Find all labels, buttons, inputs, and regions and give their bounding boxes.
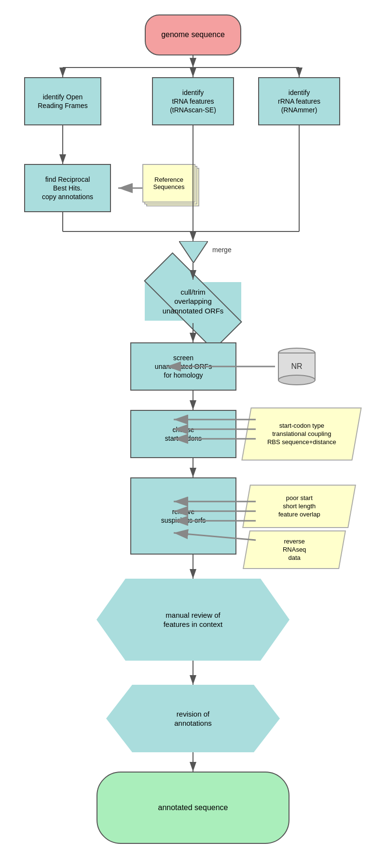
choose-start-codons-label: choosestart codons	[165, 425, 202, 443]
identify-trna-label: identifytRNA features(tRNAscan-SE)	[170, 88, 216, 115]
start-codon-info-node: start-codon typetranslational couplingRB…	[241, 407, 361, 461]
revision-label: revision ofannotations	[174, 709, 212, 728]
remove-suspicious-label: removesuspicious orfs	[161, 507, 206, 525]
screen-unannotated-node: screenunannotated ORFsfor homology	[130, 342, 236, 391]
start-codon-info-label: start-codon typetranslational couplingRB…	[267, 422, 336, 447]
cull-trim-node: cull/trimoverlappingunannotated ORFs	[130, 280, 256, 323]
identify-rrna-label: identifyrRNA features(RNAmmer)	[278, 88, 320, 115]
svg-marker-30	[179, 241, 208, 263]
genome-sequence-label: genome sequence	[161, 30, 225, 40]
rnaseq-data-label: reverseRNAseqdata	[283, 538, 306, 562]
identify-trna-node: identifytRNA features(tRNAscan-SE)	[152, 77, 234, 125]
remove-suspicious-node: removesuspicious orfs	[130, 477, 236, 555]
genome-sequence-node: genome sequence	[145, 14, 241, 55]
poor-start-info-node: poor startshort lengthfeature overlap	[242, 485, 356, 528]
cull-trim-label: cull/trimoverlappingunannotated ORFs	[163, 287, 224, 316]
annotated-sequence-node: annotated sequence	[96, 772, 290, 844]
nr-label: NR	[291, 362, 302, 370]
annotated-sequence-label: annotated sequence	[158, 803, 228, 813]
reference-sequences-label: ReferenceSequences	[153, 176, 184, 190]
poor-start-info-label: poor startshort lengthfeature overlap	[278, 494, 320, 519]
identify-orf-node: identify OpenReading Frames	[24, 77, 101, 125]
revision-node: revision ofannotations	[106, 685, 280, 752]
svg-point-33	[278, 375, 315, 385]
find-reciprocal-label: find ReciprocalBest Hits.copy annotation…	[42, 175, 93, 202]
find-reciprocal-node: find ReciprocalBest Hits.copy annotation…	[24, 164, 111, 212]
manual-review-label: manual review offeatures in context	[164, 610, 223, 629]
merge-node	[179, 241, 208, 263]
identify-orf-label: identify OpenReading Frames	[38, 93, 88, 110]
nr-cylinder-node: NR	[277, 347, 316, 386]
screen-unannotated-label: screenunannotated ORFsfor homology	[155, 353, 212, 380]
merge-label: merge	[212, 246, 232, 254]
flowchart-diagram: genome sequence identify OpenReading Fra…	[0, 0, 386, 868]
choose-start-codons-node: choosestart codons	[130, 410, 236, 458]
identify-rrna-node: identifyrRNA features(RNAmmer)	[258, 77, 340, 125]
manual-review-node: manual review offeatures in context	[96, 579, 290, 661]
rnaseq-data-node: reverseRNAseqdata	[243, 530, 346, 569]
